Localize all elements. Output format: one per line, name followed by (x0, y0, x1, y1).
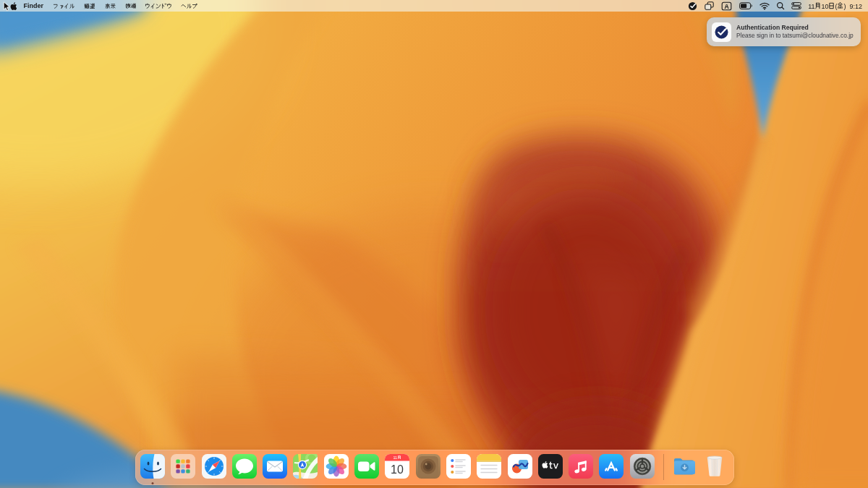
svg-text:A: A (725, 2, 729, 9)
svg-text:10: 10 (391, 463, 404, 476)
svg-text:11: 11 (393, 455, 398, 460)
